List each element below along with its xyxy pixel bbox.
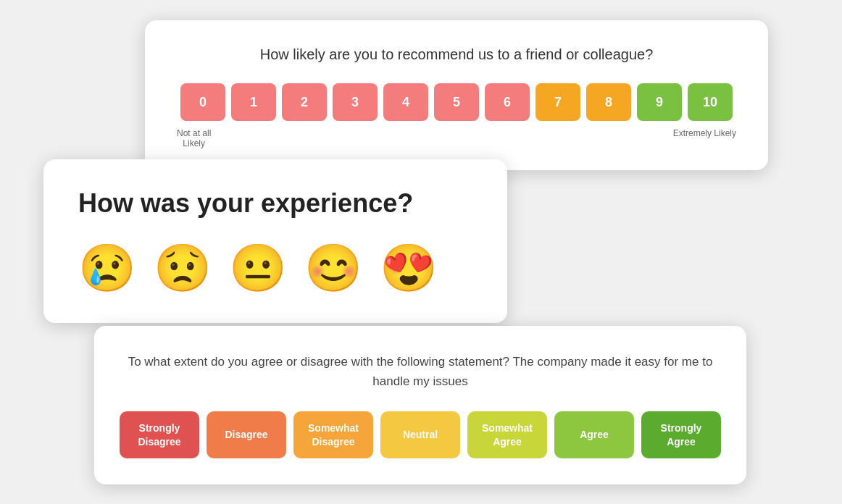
nps-button-row: 012345678910 [174, 83, 739, 121]
emoji-question: How was your experience? [78, 188, 472, 219]
nps-question: How likely are you to recommend us to a … [174, 46, 739, 63]
emoji-card: How was your experience? 😢😟😐😊😍 [43, 159, 507, 323]
emoji-row: 😢😟😐😊😍 [78, 245, 472, 291]
agree-button-disagree[interactable]: Disagree [207, 411, 286, 458]
agree-button-somewhat-disagree[interactable]: SomewhatDisagree [293, 411, 373, 458]
nps-label-left: Not at allLikely [177, 128, 211, 148]
nps-button-6[interactable]: 6 [485, 83, 530, 121]
agree-button-strongly-agree[interactable]: Strongly Agree [641, 411, 721, 458]
nps-button-4[interactable]: 4 [383, 83, 428, 121]
emoji-item-3[interactable]: 😊 [304, 245, 362, 291]
nps-button-10[interactable]: 10 [688, 83, 733, 121]
agree-card: To what extent do you agree or disagree … [94, 326, 746, 484]
nps-button-3[interactable]: 3 [333, 83, 378, 121]
nps-button-5[interactable]: 5 [434, 83, 479, 121]
nps-button-9[interactable]: 9 [637, 83, 682, 121]
nps-button-0[interactable]: 0 [180, 83, 225, 121]
agree-button-neutral[interactable]: Neutral [380, 411, 460, 458]
agree-button-row: StronglyDisagreeDisagreeSomewhatDisagree… [123, 411, 717, 458]
agree-button-strongly-disagree[interactable]: StronglyDisagree [120, 411, 199, 458]
nps-labels: Not at allLikely Extremely Likely [174, 128, 739, 148]
emoji-item-1[interactable]: 😟 [154, 245, 212, 291]
emoji-item-2[interactable]: 😐 [229, 245, 287, 291]
nps-button-7[interactable]: 7 [535, 83, 580, 121]
agree-question: To what extent do you agree or disagree … [123, 352, 717, 391]
nps-button-8[interactable]: 8 [586, 83, 631, 121]
nps-card: How likely are you to recommend us to a … [145, 20, 768, 170]
emoji-item-4[interactable]: 😍 [380, 245, 438, 291]
agree-button-somewhat-agree[interactable]: SomewhatAgree [467, 411, 547, 458]
nps-label-right: Extremely Likely [673, 128, 736, 148]
nps-button-1[interactable]: 1 [231, 83, 276, 121]
agree-button-agree[interactable]: Agree [554, 411, 634, 458]
nps-button-2[interactable]: 2 [282, 83, 327, 121]
emoji-item-0[interactable]: 😢 [78, 245, 136, 291]
